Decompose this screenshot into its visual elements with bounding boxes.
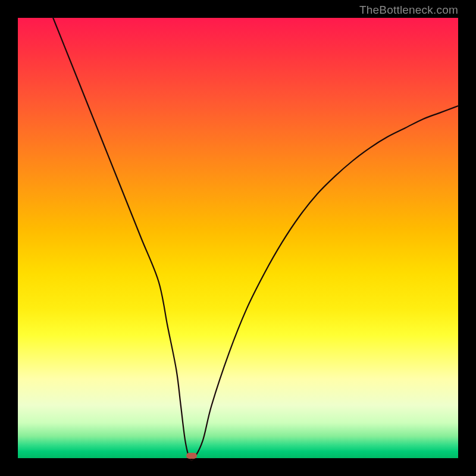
plot-area: [18, 18, 458, 458]
watermark-text: TheBottleneck.com: [359, 4, 458, 17]
minimum-marker: [186, 453, 197, 459]
bottleneck-curve: [53, 18, 458, 461]
chart-frame: TheBottleneck.com: [0, 0, 476, 476]
curve-svg: [18, 18, 458, 458]
